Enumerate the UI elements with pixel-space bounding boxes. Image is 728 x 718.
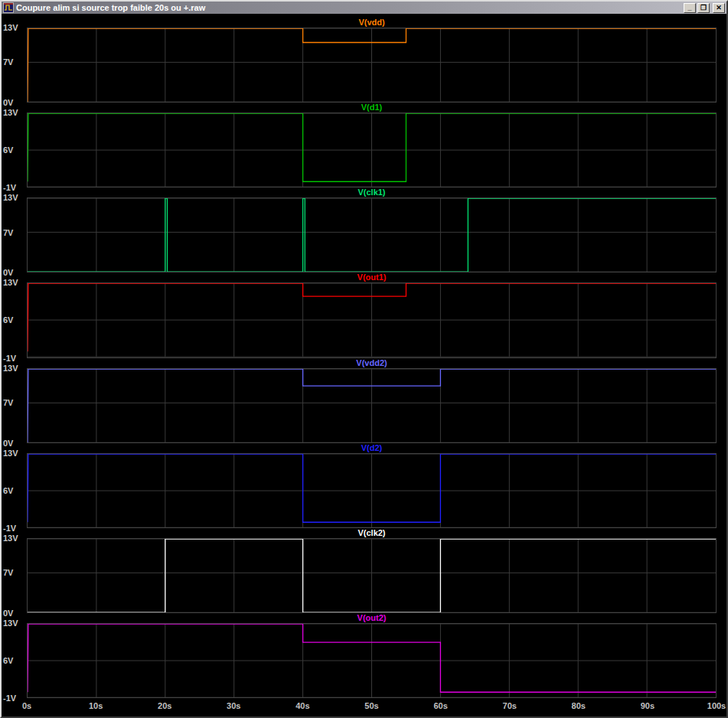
plot-row: 13V6V-1V [2, 623, 726, 698]
waveform-canvas [28, 113, 716, 187]
plot-panes: V(vdd)13V7V0VV(d1)13V6V-1VV(clk1)13V7V0V… [2, 18, 726, 698]
waveform-viewer: V(vdd)13V7V0VV(d1)13V6V-1VV(clk1)13V7V0V… [2, 14, 726, 716]
y-tick-label: 7V [3, 57, 13, 67]
waveform-canvas [28, 28, 716, 102]
y-tick-label: 6V [3, 656, 13, 665]
x-tick-label: 70s [503, 701, 517, 710]
trace-label-vclk2[interactable]: V(clk2) [27, 528, 717, 538]
y-axis-labels: 13V6V-1V [2, 282, 27, 357]
y-tick-label: -1V [3, 524, 16, 533]
plot-area-vd2[interactable] [27, 453, 717, 528]
trace-label-vd2[interactable]: V(d2) [27, 443, 717, 453]
window-controls: _ ❐ ✕ [684, 3, 725, 13]
plot-area-vclk2[interactable] [27, 538, 717, 613]
y-tick-label: 13V [3, 278, 18, 287]
trace-label-vout1[interactable]: V(out1) [27, 273, 717, 282]
pane-vd2: V(d2)13V6V-1V [2, 443, 726, 528]
y-tick-label: 7V [3, 228, 13, 237]
x-tick-label: 100s [707, 701, 726, 710]
x-tick-label: 20s [158, 701, 171, 710]
trace-label-vclk1[interactable]: V(clk1) [27, 188, 717, 197]
x-tick-label: 90s [641, 701, 655, 710]
trace-label-vvdd2[interactable]: V(vdd2) [27, 358, 717, 368]
y-tick-label: 7V [3, 398, 13, 407]
x-tick-label: 50s [364, 701, 378, 710]
trace-label-vd1[interactable]: V(d1) [27, 103, 717, 113]
titlebar[interactable]: Coupure alim si source trop faible 20s o… [2, 2, 726, 14]
plot-area-vclk1[interactable] [27, 197, 717, 273]
close-button[interactable]: ✕ [713, 3, 725, 13]
y-tick-label: 13V [3, 23, 18, 32]
plot-row: 13V6V-1V [2, 453, 726, 528]
pane-vclk2: V(clk2)13V7V0V [2, 528, 726, 613]
y-tick-label: 13V [3, 449, 18, 458]
plot-row: 13V7V0V [2, 538, 726, 613]
y-tick-label: 13V [3, 193, 18, 202]
y-axis-labels: 13V6V-1V [2, 623, 27, 698]
y-axis-labels: 13V6V-1V [2, 453, 27, 528]
plot-area-vvdd2[interactable] [27, 368, 717, 443]
pane-vvdd: V(vdd)13V7V0V [2, 18, 726, 103]
x-tick-label: 60s [433, 701, 447, 710]
y-tick-label: 6V [3, 315, 13, 325]
waveform-canvas [28, 283, 716, 357]
plot-row: 13V7V0V [2, 28, 726, 103]
x-tick-label: 40s [295, 701, 309, 710]
plot-row: 13V7V0V [2, 368, 726, 443]
pane-vclk1: V(clk1)13V7V0V [2, 188, 726, 273]
y-tick-label: -1V [3, 183, 16, 192]
y-axis-labels: 13V7V0V [2, 197, 27, 273]
waveform-canvas [28, 454, 716, 527]
plot-row: 13V7V0V [2, 197, 726, 273]
y-tick-label: 6V [3, 145, 13, 155]
y-tick-label: -1V [3, 694, 16, 703]
ltspice-waveform-window: Coupure alim si source trop faible 20s o… [0, 0, 728, 718]
plot-area-vout1[interactable] [27, 282, 717, 357]
x-tick-label: 10s [89, 701, 103, 710]
waveform-canvas [28, 624, 716, 697]
pane-vvdd2: V(vdd2)13V7V0V [2, 358, 726, 443]
minimize-button[interactable]: _ [684, 3, 696, 13]
waveform-canvas [28, 198, 716, 272]
trace-label-vout2[interactable]: V(out2) [27, 613, 717, 623]
y-tick-label: 13V [3, 534, 18, 543]
y-tick-label: 7V [3, 568, 13, 577]
x-axis: 0s10s20s30s40s50s60s70s80s90s100s [27, 698, 717, 716]
y-axis-labels: 13V7V0V [2, 28, 27, 103]
plot-area-vd1[interactable] [27, 113, 717, 188]
plot-area-vout2[interactable] [27, 623, 717, 698]
y-tick-label: 13V [3, 364, 18, 373]
trace-label-vvdd[interactable]: V(vdd) [27, 18, 717, 28]
y-tick-label: 0V [3, 98, 13, 107]
y-axis-labels: 13V7V0V [2, 368, 27, 443]
maximize-button[interactable]: ❐ [697, 3, 710, 13]
x-tick-label: 0s [22, 701, 31, 710]
y-tick-label: 13V [3, 618, 18, 628]
plot-row: 13V6V-1V [2, 113, 726, 188]
app-icon[interactable] [3, 2, 14, 13]
y-tick-label: 6V [3, 486, 13, 495]
pane-vout1: V(out1)13V6V-1V [2, 273, 726, 357]
y-axis-labels: 13V6V-1V [2, 113, 27, 188]
y-axis-labels: 13V7V0V [2, 538, 27, 613]
window-title: Coupure alim si source trop faible 20s o… [16, 3, 681, 12]
y-tick-label: 13V [3, 108, 18, 117]
y-tick-label: 0V [3, 268, 13, 277]
x-tick-label: 30s [227, 701, 240, 710]
y-tick-label: 0V [3, 609, 13, 618]
y-tick-label: -1V [3, 354, 16, 363]
pane-vout2: V(out2)13V6V-1V [2, 613, 726, 698]
waveform-canvas [28, 369, 716, 442]
y-tick-label: 0V [3, 439, 13, 448]
x-tick-label: 80s [572, 701, 586, 710]
plot-area-vvdd[interactable] [27, 28, 717, 103]
pane-vd1: V(d1)13V6V-1V [2, 103, 726, 188]
plot-row: 13V6V-1V [2, 282, 726, 357]
waveform-canvas [28, 539, 716, 612]
